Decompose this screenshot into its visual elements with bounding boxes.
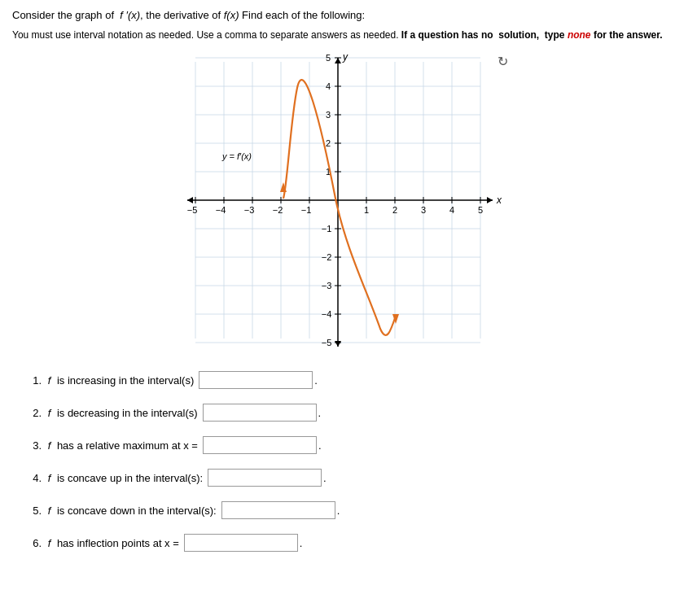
q5-text: is concave down in the interval(s): [57, 505, 217, 517]
header: Consider the graph of f ′(x), the deriva… [12, 8, 663, 23]
svg-text:−4: −4 [215, 205, 226, 215]
q4-answer-box[interactable] [208, 469, 322, 487]
graph-svg: .grid-line { stroke: #c8d8e8; stroke-wid… [167, 54, 509, 347]
q3-number: 3. [28, 439, 42, 452]
q6-dot: . [300, 537, 303, 549]
svg-text:1: 1 [363, 205, 368, 215]
q1-dot: . [314, 374, 318, 387]
q3-input[interactable] [204, 437, 316, 453]
svg-text:−3: −3 [321, 281, 331, 291]
svg-marker-24 [335, 58, 341, 63]
question-4: 4. f is concave up in the interval(s): . [28, 469, 663, 487]
q5-number: 5. [28, 505, 42, 517]
svg-text:2: 2 [392, 205, 397, 215]
q1-input[interactable] [199, 372, 312, 388]
svg-text:−1: −1 [321, 224, 331, 234]
svg-text:−5: −5 [321, 338, 331, 347]
svg-text:5: 5 [477, 205, 482, 215]
q2-dot: . [318, 407, 322, 419]
fx-text: f(x) [224, 9, 239, 21]
q4-number: 4. [28, 472, 42, 484]
svg-marker-21 [487, 197, 493, 203]
reload-icon[interactable]: ↻ [497, 54, 508, 69]
q6-input[interactable] [185, 535, 297, 551]
q6-number: 6. [28, 537, 42, 549]
q1-number: 1. [28, 374, 42, 387]
prefix-text: Consider the graph of [12, 9, 114, 21]
svg-marker-22 [187, 197, 193, 203]
fprime-text: f ′(x) [120, 9, 140, 21]
question-2: 2. f is decreasing in the interval(s) . [28, 404, 663, 422]
svg-text:x: x [496, 194, 502, 206]
q6-answer-box[interactable] [184, 534, 298, 552]
svg-text:2: 2 [325, 138, 330, 148]
instruction-part1: You must use interval notation as needed… [12, 29, 399, 41]
q2-input[interactable] [204, 404, 316, 421]
questions-section: 1. f is increasing in the interval(s) . … [12, 371, 663, 552]
q5-answer-box[interactable] [221, 501, 335, 519]
svg-text:−2: −2 [272, 205, 283, 215]
svg-text:y: y [342, 54, 348, 63]
q3-dot: . [318, 439, 322, 452]
svg-text:4: 4 [449, 205, 454, 215]
question-3: 3. f has a relative maximum at x = . [28, 436, 663, 454]
svg-marker-25 [335, 341, 341, 347]
svg-text:−5: −5 [186, 205, 197, 215]
svg-text:y = f′(x): y = f′(x) [221, 151, 252, 161]
svg-text:4: 4 [325, 81, 330, 91]
question-1: 1. f is increasing in the interval(s) . [28, 371, 663, 389]
q2-label: f [45, 407, 54, 419]
q3-label: f [45, 439, 54, 452]
svg-text:5: 5 [325, 54, 330, 63]
svg-text:−2: −2 [321, 252, 331, 262]
q5-input[interactable] [222, 502, 335, 518]
q4-dot: . [323, 472, 327, 484]
svg-text:3: 3 [325, 110, 330, 120]
q4-text: is concave up in the interval(s): [57, 472, 203, 484]
instruction-bold: If a question has no solution, type none… [401, 29, 663, 41]
q6-label: f [45, 537, 54, 549]
q4-input[interactable] [208, 470, 321, 486]
question-6: 6. f has inflection points at x = . [28, 534, 663, 552]
question-5: 5. f is concave down in the interval(s):… [28, 501, 663, 519]
q6-text: has inflection points at x = [57, 537, 179, 549]
svg-text:−3: −3 [243, 205, 254, 215]
svg-text:−4: −4 [321, 309, 331, 319]
instruction: You must use interval notation as needed… [12, 28, 663, 42]
q3-text: has a relative maximum at x = [57, 439, 198, 452]
q1-answer-box[interactable] [199, 371, 313, 389]
q2-text: is decreasing in the interval(s) [57, 407, 198, 419]
q2-answer-box[interactable] [203, 404, 317, 422]
q3-answer-box[interactable] [203, 436, 317, 454]
derivative-curve [283, 80, 396, 335]
q5-label: f [45, 505, 54, 517]
svg-text:3: 3 [420, 205, 425, 215]
q4-label: f [45, 472, 54, 484]
none-word: none [568, 29, 591, 41]
q1-label: f [45, 374, 54, 387]
q5-dot: . [337, 505, 340, 517]
middle-text: the derivative of [146, 9, 223, 21]
q2-number: 2. [28, 407, 42, 419]
graph-area: ↻ .grid-line { stroke: #c8d8e8; stroke-w… [12, 54, 663, 347]
svg-text:−1: −1 [300, 205, 311, 215]
q1-text: is increasing in the interval(s) [57, 374, 194, 387]
